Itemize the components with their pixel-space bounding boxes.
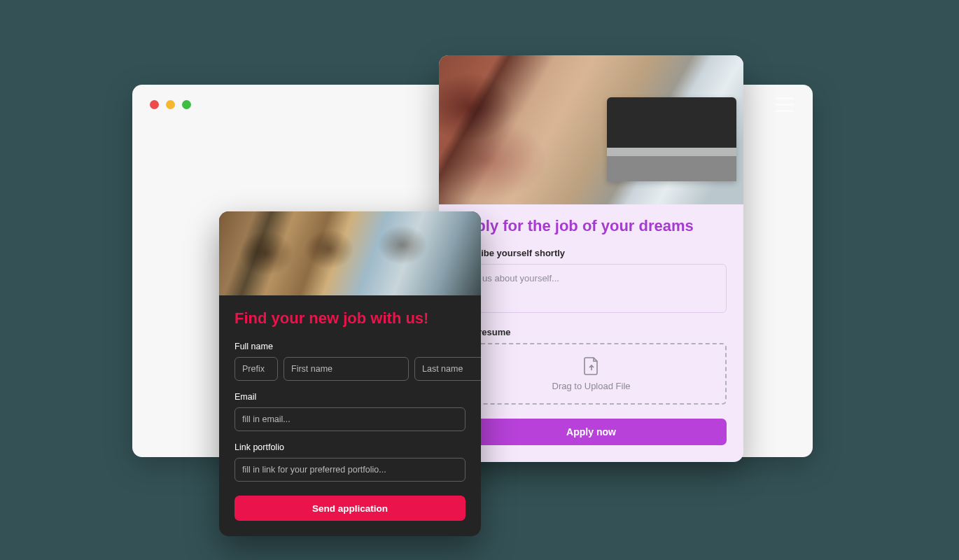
upload-text: Drag to Upload File	[552, 381, 631, 391]
lastname-input[interactable]	[414, 357, 481, 381]
window-minimize-button[interactable]	[166, 100, 175, 109]
job-title: Find your new job with us!	[234, 309, 465, 328]
job-form-card: Find your new job with us! Full name Ema…	[219, 211, 481, 536]
apply-title: Apply for the job of your dreams	[456, 217, 727, 235]
fullname-label: Full name	[234, 342, 465, 351]
portfolio-label: Link portfolio	[234, 442, 465, 452]
hamburger-icon[interactable]	[775, 97, 794, 113]
firstname-input[interactable]	[284, 357, 409, 381]
email-input[interactable]	[234, 407, 465, 431]
resume-upload-zone[interactable]: Drag to Upload File	[456, 343, 727, 405]
prefix-input[interactable]	[234, 357, 278, 381]
describe-input[interactable]	[456, 264, 727, 313]
apply-now-button[interactable]: Apply now	[456, 419, 727, 445]
describe-label: Describe yourself shortly	[456, 248, 727, 258]
resume-label: Your resume	[456, 327, 727, 337]
apply-hero-image	[439, 55, 743, 204]
portfolio-input[interactable]	[234, 458, 465, 482]
apply-form-card: Apply for the job of your dreams Describ…	[439, 55, 743, 462]
window-controls	[150, 100, 191, 109]
email-label: Email	[234, 392, 465, 402]
window-close-button[interactable]	[150, 100, 159, 109]
file-upload-icon	[584, 357, 599, 375]
window-maximize-button[interactable]	[182, 100, 191, 109]
job-hero-image	[219, 211, 481, 295]
send-application-button[interactable]: Send application	[234, 496, 465, 521]
